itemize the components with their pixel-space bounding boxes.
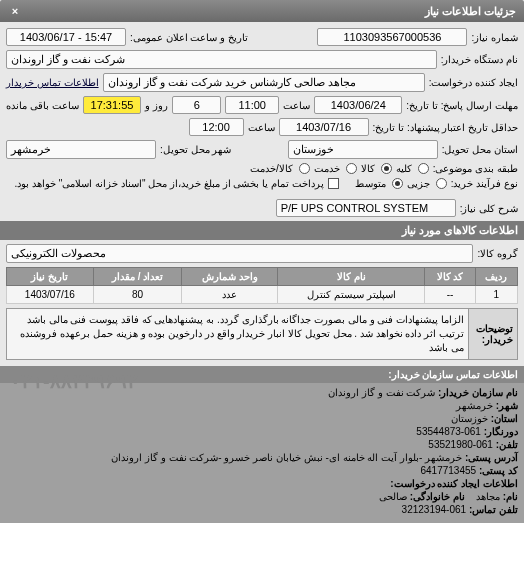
goods-table: ردیف کد کالا نام کالا واحد شمارش تعداد /… [6, 267, 518, 304]
footer-title-text: اطلاعات تماس سازمان خریدار: [388, 369, 518, 380]
cell-idx: 1 [475, 286, 518, 304]
form-body: شماره نیاز: 1103093567000536 تاریخ و ساع… [0, 22, 524, 366]
cell-unit: عدد [182, 286, 278, 304]
cell-date: 1403/07/16 [7, 286, 94, 304]
contact-phone-label: تلفن تماس: [469, 504, 518, 515]
proc-mid-radio[interactable] [392, 178, 403, 189]
contact-link[interactable]: اطلاعات تماس خریدار [6, 77, 99, 88]
phone: 061-53521980 [428, 439, 493, 450]
city-field[interactable]: خرمشهر [6, 140, 156, 159]
footer-province-label: استان: [491, 413, 518, 424]
org-name-label: نام سازمان خریدار: [438, 387, 518, 398]
buyer-org-field[interactable]: شرکت نفت و گاز اروندان [6, 50, 437, 69]
goods-group-field[interactable]: محصولات الکترونیکی [6, 244, 473, 263]
fax: 061-53544873 [416, 426, 481, 437]
cell-name: اسپلیتر سیستم کنترل [278, 286, 425, 304]
name: مجاهد [476, 491, 500, 502]
footer: اطلاعات تماس سازمان خریدار: ۰۲۱-۸۸۳۴۹۶۹۲… [0, 366, 524, 523]
proc-note: پرداخت تمام یا بخشی از مبلغ خرید،از محل … [14, 178, 323, 189]
address: خرمشهر -بلوار آیت اله خامنه ای- نبش خیاب… [111, 452, 462, 463]
process-label: نوع فرآیند خرید: [451, 178, 518, 189]
creator-field[interactable]: مجاهد صالحی کارشناس خرید شرکت نفت و گاز … [103, 73, 425, 92]
time-label-2: ساعت [248, 122, 275, 133]
postal-label: کد پستی: [479, 465, 518, 476]
deadline-date-field[interactable]: 1403/06/24 [314, 96, 402, 114]
name-label: نام: [503, 491, 518, 502]
footer-city-label: شهر: [496, 400, 518, 411]
cat-goods-radio[interactable] [381, 163, 392, 174]
org-name: شرکت نفت و گاز اروندان [328, 387, 435, 398]
cat-all-radio[interactable] [418, 163, 429, 174]
validity-time-field[interactable]: 12:00 [189, 118, 244, 136]
time-label-1: ساعت [283, 100, 310, 111]
surname-label: نام خانوادگی: [410, 491, 465, 502]
fax-label: دورنگار: [484, 426, 518, 437]
deadline-time-field[interactable]: 11:00 [225, 96, 279, 114]
request-no-label: شماره نیاز: [471, 32, 518, 43]
creator-info-label: اطلاعات ایجاد کننده درخواست: [390, 478, 518, 489]
th-code: کد کالا [425, 268, 475, 286]
th-qty: تعداد / مقدار [93, 268, 182, 286]
remaining-label: ساعت باقی مانده [6, 100, 79, 111]
province-field[interactable]: خوزستان [288, 140, 438, 159]
th-name: نام کالا [278, 268, 425, 286]
cat-service-label: خدمت [314, 163, 340, 174]
big-phone: ۰۲۱-۸۸۳۴۹۶۹۲ [10, 369, 138, 393]
footer-province: خوزستان [451, 413, 488, 424]
surname: صالحی [379, 491, 407, 502]
proc-low-radio[interactable] [436, 178, 447, 189]
validity-date-field[interactable]: 1403/07/16 [279, 118, 369, 136]
city-label: شهر محل تحویل: [160, 144, 231, 155]
address-label: آدرس پستی: [465, 452, 518, 463]
table-row: 1 -- اسپلیتر سیستم کنترل عدد 80 1403/07/… [7, 286, 518, 304]
creator-label: ایجاد کننده درخواست: [429, 77, 518, 88]
cat-all-label: کلیه [396, 163, 412, 174]
notes-content: الزاما پیشنهادات فنی و مالی بصورت جداگان… [6, 308, 468, 360]
deadline-label: مهلت ارسال پاسخ: تا تاریخ: [406, 100, 518, 111]
cat-goods-service-radio[interactable] [299, 163, 310, 174]
footer-title: اطلاعات تماس سازمان خریدار: ۰۲۱-۸۸۳۴۹۶۹۲ [0, 366, 524, 383]
cat-service-radio[interactable] [346, 163, 357, 174]
header-title: جزئیات اطلاعات نیاز [425, 5, 516, 18]
validity-label: حداقل تاریخ اعتبار پیشنهاد: تا تاریخ: [373, 122, 518, 133]
th-date: تاریخ نیاز [7, 268, 94, 286]
public-datetime-field[interactable]: 15:47 - 1403/06/17 [6, 28, 126, 46]
window-header: جزئیات اطلاعات نیاز × [0, 0, 524, 22]
cat-goods-service-label: کالا/خدمت [250, 163, 293, 174]
cell-qty: 80 [93, 286, 182, 304]
days-label: روز و [145, 100, 168, 111]
th-unit: واحد شمارش [182, 268, 278, 286]
notes-label: توضیحات خریدار: [468, 308, 518, 360]
title-field[interactable]: P/F UPS CONTROL SYSTEM [276, 199, 456, 217]
cell-code: -- [425, 286, 475, 304]
contact-phone: 061-32123194 [402, 504, 467, 515]
public-datetime-label: تاریخ و ساعت اعلان عمومی: [130, 32, 248, 43]
request-no-field[interactable]: 1103093567000536 [317, 28, 467, 46]
title-label: شرح کلی نیاز: [460, 203, 518, 214]
province-label: استان محل تحویل: [442, 144, 518, 155]
footer-city: خرمشهر [456, 400, 493, 411]
goods-section-title: اطلاعات کالاهای مورد نیاز [0, 221, 524, 240]
buyer-org-label: نام دستگاه خریدار: [441, 54, 518, 65]
cat-goods-label: کالا [361, 163, 375, 174]
proc-low-label: جزیی [407, 178, 430, 189]
category-label: طبقه بندی موضوعی: [433, 163, 518, 174]
treasury-checkbox[interactable] [328, 178, 339, 189]
remaining-time-field: 17:31:55 [83, 96, 142, 114]
days-field[interactable]: 6 [172, 96, 221, 114]
close-icon[interactable]: × [8, 4, 22, 18]
notes-box: توضیحات خریدار: الزاما پیشنهادات فنی و م… [6, 308, 518, 360]
th-idx: ردیف [475, 268, 518, 286]
proc-mid-label: متوسط [355, 178, 386, 189]
phone-label: تلفن: [496, 439, 518, 450]
postal: 6417713455 [420, 465, 476, 476]
goods-group-label: گروه کالا: [477, 248, 518, 259]
